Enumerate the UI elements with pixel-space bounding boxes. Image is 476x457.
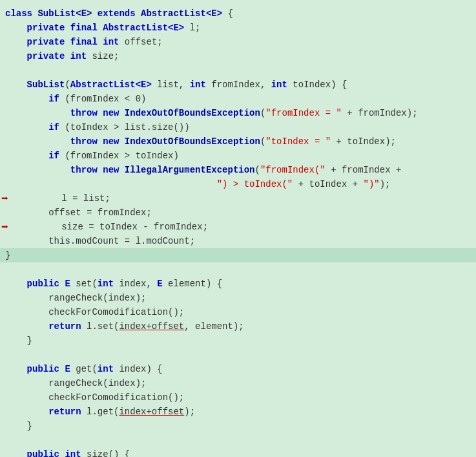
code-line	[0, 433, 476, 447]
line-content: }	[0, 249, 10, 262]
code-line: ") > toIndex(" + toIndex + ")");	[0, 177, 476, 191]
line-content: throw new IndexOutOfBoundsException("toI…	[0, 135, 396, 148]
arrow-icon: ➡	[1, 191, 8, 206]
line-content: offset = fromIndex;	[0, 206, 152, 219]
line-content: class SubList<E> extends AbstractList<E>…	[0, 7, 233, 20]
code-line: throw new IllegalArgumentException("from…	[0, 163, 476, 177]
line-content: return l.set(index+offset, element);	[0, 320, 244, 333]
code-line: class SubList<E> extends AbstractList<E>…	[0, 6, 476, 21]
code-line	[0, 63, 476, 78]
line-content	[0, 348, 10, 361]
line-content: checkForComodification();	[0, 391, 184, 404]
code-line: return l.get(index+offset);	[0, 405, 476, 419]
line-content: }	[0, 420, 32, 432]
code-line: }	[0, 419, 476, 433]
line-content: rangeCheck(index);	[0, 292, 146, 304]
code-line: public E get(int index) {	[0, 362, 476, 376]
line-content: public int size() {	[0, 448, 130, 457]
code-container: class SubList<E> extends AbstractList<E>…	[0, 0, 476, 457]
code-line: }	[0, 334, 476, 348]
line-content	[0, 263, 10, 276]
line-content	[0, 64, 10, 77]
code-line: this.modCount = l.modCount;	[0, 234, 476, 248]
line-content: if (toIndex > list.size())	[0, 121, 190, 134]
line-content: if (fromIndex > toIndex)	[0, 149, 179, 162]
line-content: public E set(int index, E element) {	[0, 277, 222, 290]
line-content: if (fromIndex < 0)	[0, 92, 146, 105]
arrow-icon: ➡	[1, 221, 8, 234]
code-line: ➡ l = list;	[0, 191, 476, 206]
line-content: size = toIndex - fromIndex;	[0, 220, 208, 233]
code-line: throw new IndexOutOfBoundsException("fro…	[0, 106, 476, 120]
line-content: checkForComodification();	[0, 306, 184, 319]
code-line: private final AbstractList<E> l;	[0, 21, 476, 35]
code-line: SubList(AbstractList<E> list, int fromIn…	[0, 78, 476, 92]
line-content: private final int offset;	[0, 36, 163, 48]
code-line: checkForComodification();	[0, 305, 476, 319]
code-line: offset = fromIndex;	[0, 206, 476, 220]
code-line: public E set(int index, E element) {	[0, 277, 476, 291]
code-line: throw new IndexOutOfBoundsException("toI…	[0, 134, 476, 149]
line-content: return l.get(index+offset);	[0, 405, 195, 418]
code-line: }	[0, 248, 476, 262]
code-line: return l.set(index+offset, element);	[0, 319, 476, 334]
line-content: ") > toIndex(" + toIndex + ")");	[0, 178, 391, 191]
line-content: rangeCheck(index);	[0, 377, 146, 390]
code-line: checkForComodification();	[0, 390, 476, 405]
line-content: l = list;	[0, 192, 110, 205]
line-content: SubList(AbstractList<E> list, int fromIn…	[0, 78, 347, 91]
line-content: private final AbstractList<E> l;	[0, 21, 201, 34]
code-line: if (fromIndex > toIndex)	[0, 149, 476, 163]
line-content: }	[0, 334, 32, 347]
code-line: rangeCheck(index);	[0, 376, 476, 390]
code-line: ➡ size = toIndex - fromIndex;	[0, 220, 476, 234]
code-line: rangeCheck(index);	[0, 291, 476, 305]
line-content: public E get(int index) {	[0, 363, 163, 376]
code-line: private int size;	[0, 49, 476, 63]
code-line: public int size() {	[0, 447, 476, 457]
line-content: private int size;	[0, 50, 119, 63]
code-line: if (toIndex > list.size())	[0, 120, 476, 134]
line-content: this.modCount = l.modCount;	[0, 235, 195, 248]
line-content: throw new IndexOutOfBoundsException("fro…	[0, 107, 418, 120]
line-content	[0, 434, 10, 447]
line-content: throw new IllegalArgumentException("from…	[0, 164, 401, 176]
code-line: private final int offset;	[0, 35, 476, 49]
code-line	[0, 348, 476, 362]
code-line: if (fromIndex < 0)	[0, 92, 476, 106]
code-line	[0, 262, 476, 277]
